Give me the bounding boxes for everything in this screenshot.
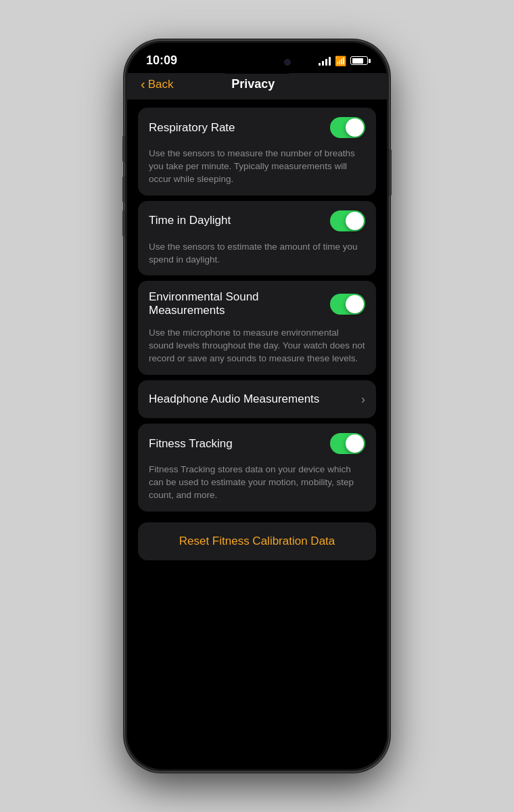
scroll-content[interactable]: Respiratory Rate Use the sensors to meas…	[127, 99, 387, 745]
respiratory-rate-description: Use the sensors to measure the number of…	[138, 148, 376, 196]
status-time: 10:09	[146, 53, 177, 68]
toggle-knob	[346, 212, 364, 230]
signal-icon	[319, 56, 331, 66]
chevron-right-icon: ›	[361, 392, 365, 407]
environmental-sound-row[interactable]: Environmental Sound Measurements	[138, 281, 376, 327]
respiratory-rate-row[interactable]: Respiratory Rate	[138, 108, 376, 148]
toggle-knob	[346, 434, 364, 453]
back-label: Back	[148, 78, 174, 91]
reset-fitness-button[interactable]: Reset Fitness Calibration Data	[138, 522, 376, 560]
dynamic-island	[216, 51, 298, 74]
environmental-sound-description: Use the microphone to measure environmen…	[138, 327, 376, 375]
phone-screen: 10:09 📶 ‹ Back	[127, 43, 387, 769]
wifi-icon: 📶	[335, 55, 346, 66]
back-button[interactable]: ‹ Back	[141, 78, 173, 91]
environmental-sound-toggle[interactable]	[330, 294, 365, 315]
respiratory-rate-card: Respiratory Rate Use the sensors to meas…	[138, 108, 376, 196]
time-in-daylight-row[interactable]: Time in Daylight	[138, 201, 376, 241]
page-title: Privacy	[173, 77, 333, 91]
toggle-knob	[346, 118, 364, 137]
headphone-audio-card: Headphone Audio Measurements ›	[138, 380, 376, 418]
reset-fitness-label: Reset Fitness Calibration Data	[179, 535, 335, 548]
phone-frame: 10:09 📶 ‹ Back	[125, 41, 389, 771]
time-in-daylight-label: Time in Daylight	[149, 214, 330, 227]
fitness-tracking-toggle[interactable]	[330, 433, 365, 454]
time-in-daylight-toggle[interactable]	[330, 210, 365, 231]
status-icons: 📶	[319, 55, 368, 66]
fitness-tracking-label: Fitness Tracking	[149, 437, 330, 451]
environmental-sound-card: Environmental Sound Measurements Use the…	[138, 281, 376, 375]
status-bar: 10:09 📶	[127, 43, 387, 73]
time-in-daylight-description: Use the sensors to estimate the amount o…	[138, 241, 376, 276]
battery-icon	[350, 56, 368, 65]
back-chevron-icon: ‹	[141, 77, 145, 91]
nav-bar: ‹ Back Privacy	[127, 73, 387, 99]
camera-dot	[284, 59, 291, 66]
headphone-audio-label: Headphone Audio Measurements	[149, 392, 356, 406]
headphone-audio-row[interactable]: Headphone Audio Measurements ›	[138, 380, 376, 418]
battery-fill	[352, 58, 364, 64]
fitness-tracking-description: Fitness Tracking stores data on your dev…	[138, 464, 376, 512]
reset-card: Reset Fitness Calibration Data	[138, 522, 376, 560]
time-in-daylight-card: Time in Daylight Use the sensors to esti…	[138, 201, 376, 276]
respiratory-rate-toggle[interactable]	[330, 117, 365, 138]
environmental-sound-label: Environmental Sound Measurements	[149, 290, 330, 317]
toggle-knob	[346, 295, 364, 313]
respiratory-rate-label: Respiratory Rate	[149, 121, 330, 135]
fitness-tracking-card: Fitness Tracking Fitness Tracking stores…	[138, 424, 376, 512]
fitness-tracking-row[interactable]: Fitness Tracking	[138, 424, 376, 464]
